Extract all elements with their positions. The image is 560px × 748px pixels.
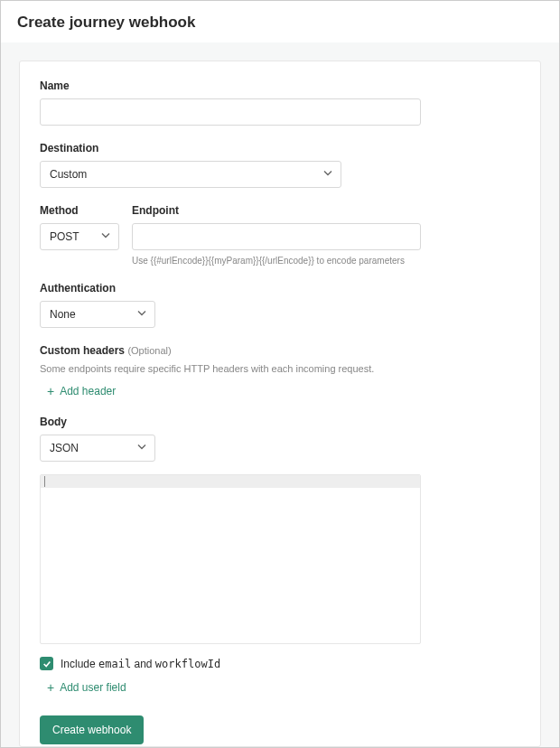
- include-code-email: email: [98, 658, 131, 670]
- create-webhook-button[interactable]: Create webhook: [40, 715, 144, 744]
- destination-group: Destination Custom: [40, 142, 520, 188]
- body-label: Body: [40, 416, 520, 428]
- name-label: Name: [40, 79, 520, 92]
- authentication-group: Authentication None: [40, 282, 520, 328]
- body-group: Body JSON Include email and workflowId: [40, 416, 520, 696]
- name-input[interactable]: [40, 98, 421, 126]
- page-body: Name Destination Custom Method POST: [1, 42, 559, 747]
- add-header-label: Add header: [60, 385, 116, 397]
- method-value: POST: [50, 230, 79, 243]
- destination-label: Destination: [40, 142, 520, 154]
- include-code-workflowid: workflowId: [155, 658, 220, 670]
- name-group: Name: [40, 79, 520, 126]
- include-row: Include email and workflowId: [40, 657, 520, 670]
- editor-toolbar: [41, 475, 420, 488]
- include-mid: and: [131, 658, 155, 670]
- endpoint-input[interactable]: [132, 223, 421, 250]
- body-select[interactable]: JSON: [40, 435, 155, 462]
- destination-value: Custom: [50, 168, 87, 181]
- body-editor[interactable]: [40, 474, 421, 644]
- add-user-field-button[interactable]: + Add user field: [47, 681, 126, 694]
- custom-headers-label-text: Custom headers: [40, 344, 125, 357]
- authentication-select[interactable]: None: [40, 301, 155, 328]
- page-title: Create journey webhook: [17, 14, 543, 32]
- endpoint-helper: Use {{#urlEncode}}{{myParam}}{{/urlEncod…: [132, 256, 421, 266]
- authentication-value: None: [50, 308, 76, 321]
- method-endpoint-row: Method POST Endpoint Use {{#urlEncode}}{…: [40, 204, 520, 266]
- add-user-field-label: Add user field: [60, 681, 126, 694]
- add-header-button[interactable]: + Add header: [47, 385, 116, 397]
- custom-headers-description: Some endpoints require specific HTTP hea…: [40, 363, 520, 374]
- chevron-down-icon: [100, 230, 111, 244]
- header: Create journey webhook: [1, 1, 559, 42]
- plus-icon: +: [47, 681, 54, 694]
- chevron-down-icon: [136, 442, 147, 455]
- method-select[interactable]: POST: [40, 223, 119, 250]
- optional-label: (Optional): [127, 345, 171, 356]
- body-value: JSON: [50, 442, 79, 454]
- plus-icon: +: [47, 385, 54, 397]
- authentication-label: Authentication: [40, 282, 520, 295]
- form-card: Name Destination Custom Method POST: [19, 61, 541, 747]
- include-checkbox[interactable]: [40, 657, 53, 670]
- include-label: Include email and workflowId: [61, 658, 220, 670]
- chevron-down-icon: [136, 308, 147, 322]
- endpoint-label: Endpoint: [132, 204, 421, 217]
- destination-select[interactable]: Custom: [40, 161, 341, 188]
- custom-headers-label: Custom headers (Optional): [40, 344, 520, 357]
- chevron-down-icon: [322, 168, 333, 182]
- include-prefix: Include: [61, 658, 98, 670]
- method-label: Method: [40, 204, 119, 217]
- custom-headers-group: Custom headers (Optional) Some endpoints…: [40, 344, 520, 399]
